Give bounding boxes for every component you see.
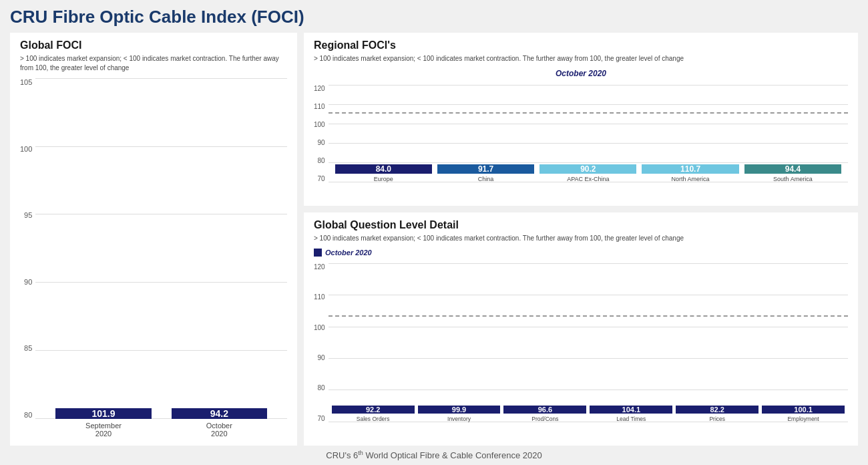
north-america-bar-value: 110.7 [680, 164, 700, 174]
page-title: CRU Fibre Optic Cable Index (FOCI) [10, 7, 858, 27]
october-bar-group: 94.2 October2020 [172, 408, 267, 419]
october-bar-label: October2020 [206, 422, 232, 438]
employment-value: 100.1 [794, 406, 813, 414]
bottom-legend-text: October 2020 [325, 249, 372, 257]
sales-orders-value: 92.2 [366, 406, 380, 414]
october-bar-value: 94.2 [210, 408, 228, 419]
employment-label: Employment [787, 416, 819, 422]
apac-bar-group: 90.2 APAC Ex-China [539, 164, 636, 182]
global-foci-subtitle: > 100 indicates market expansion; < 100 … [20, 54, 287, 73]
october-bar: 94.2 October2020 [172, 408, 267, 419]
europe-bar-label: Europe [374, 176, 393, 182]
bottom-chart-area: 120 110 100 90 80 70 [314, 263, 848, 439]
prices-value: 82.2 [710, 406, 724, 414]
china-bar-label: China [478, 176, 494, 182]
main-container: CRU Fibre Optic Cable Index (FOCI) Globa… [0, 0, 868, 465]
sales-orders-bar: 92.2 [332, 406, 415, 414]
regional-bars-container: 84.0 Europe 91.7 China [329, 85, 848, 199]
south-america-bar-label: South America [773, 176, 813, 182]
september-bar-value: 101.9 [92, 408, 116, 419]
lead-times-value: 104.1 [622, 406, 641, 414]
apac-bar-value: 90.2 [580, 164, 596, 174]
prices-group: 82.2 Prices [676, 406, 758, 422]
september-bar-label: September2020 [85, 422, 122, 438]
north-america-bar: 110.7 [642, 164, 738, 174]
legend-square-icon [314, 249, 322, 257]
south-america-bar-group: 94.4 South America [744, 164, 841, 182]
apac-bar: 90.2 [539, 164, 636, 174]
regional-foci-title: Regional FOCI's [314, 39, 848, 51]
prod-cons-value: 96.6 [538, 406, 552, 414]
bottom-bars-container: 92.2 Sales Orders 99.9 Inventory [329, 263, 848, 439]
global-question-subtitle: > 100 indicates market expansion; < 100 … [314, 234, 848, 243]
lead-times-bar: 104.1 [590, 406, 672, 414]
employment-bar: 100.1 [762, 406, 845, 414]
regional-bars-row: 84.0 Europe 91.7 China [329, 85, 848, 182]
inventory-bar: 99.9 [418, 406, 501, 414]
september-bar: 101.9 September2020 [55, 408, 151, 419]
north-america-bar-label: North America [672, 176, 710, 182]
global-foci-chart: 105 100 95 90 85 80 [20, 78, 287, 439]
content-row: Global FOCI > 100 indicates market expan… [10, 33, 858, 446]
china-bar-value: 91.7 [478, 164, 493, 174]
global-foci-panel: Global FOCI > 100 indicates market expan… [10, 33, 297, 446]
september-bar-group: 101.9 September2020 [55, 408, 151, 419]
global-question-title: Global Question Level Detail [314, 219, 848, 231]
prod-cons-label: Prod/Cons [531, 416, 558, 422]
regional-foci-panel: Regional FOCI's > 100 indicates market e… [304, 33, 858, 206]
inventory-group: 99.9 Inventory [418, 406, 501, 422]
europe-bar: 84.0 [335, 164, 432, 174]
north-america-bar-group: 110.7 North America [642, 164, 738, 182]
bottom-bars-row: 92.2 Sales Orders 99.9 Inventory [329, 263, 848, 422]
global-foci-y-axis: 105 100 95 90 85 80 [20, 78, 35, 439]
sales-orders-group: 92.2 Sales Orders [332, 406, 415, 422]
china-bar: 91.7 [437, 164, 534, 174]
footer-text: CRU's 6th World Optical Fibre & Cable Co… [326, 450, 541, 460]
bottom-legend: October 2020 [314, 249, 848, 257]
lead-times-group: 104.1 Lead Times [590, 406, 672, 422]
inventory-label: Inventory [447, 416, 471, 422]
bottom-y-axis: 120 110 100 90 80 70 [314, 263, 329, 439]
europe-bar-value: 84.0 [376, 164, 391, 174]
south-america-bar-value: 94.4 [785, 164, 801, 174]
apac-bar-label: APAC Ex-China [567, 176, 609, 182]
global-foci-title: Global FOCI [20, 39, 287, 51]
prod-cons-group: 96.6 Prod/Cons [503, 406, 586, 422]
footer: CRU's 6th World Optical Fibre & Cable Co… [10, 446, 858, 462]
global-foci-bar-chart: 105 100 95 90 85 80 [20, 78, 287, 439]
bottom-dashed-100 [329, 315, 848, 317]
lead-times-label: Lead Times [616, 416, 646, 422]
prod-cons-bar: 96.6 [503, 406, 586, 414]
global-question-panel: Global Question Level Detail > 100 indic… [304, 212, 858, 446]
right-panel: Regional FOCI's > 100 indicates market e… [304, 33, 858, 446]
europe-bar-group: 84.0 Europe [335, 164, 432, 182]
inventory-value: 99.9 [452, 406, 466, 414]
sales-orders-label: Sales Orders [357, 416, 390, 422]
regional-foci-subtitle: > 100 indicates market expansion; < 100 … [314, 54, 848, 63]
prices-label: Prices [709, 416, 725, 422]
china-bar-group: 91.7 China [437, 164, 534, 182]
regional-legend: October 2020 [314, 69, 848, 78]
global-foci-bars-container: 101.9 September2020 94.2 October2020 [35, 78, 287, 439]
prices-bar: 82.2 [676, 406, 758, 414]
global-foci-bars-row: 101.9 September2020 94.2 October2020 [35, 78, 287, 419]
south-america-bar: 94.4 [744, 164, 841, 174]
employment-group: 100.1 Employment [762, 406, 845, 422]
regional-dashed-100 [329, 112, 848, 114]
regional-y-axis: 120 110 100 90 80 70 [314, 85, 329, 199]
regional-chart-area: 120 110 100 90 80 70 [314, 85, 848, 199]
